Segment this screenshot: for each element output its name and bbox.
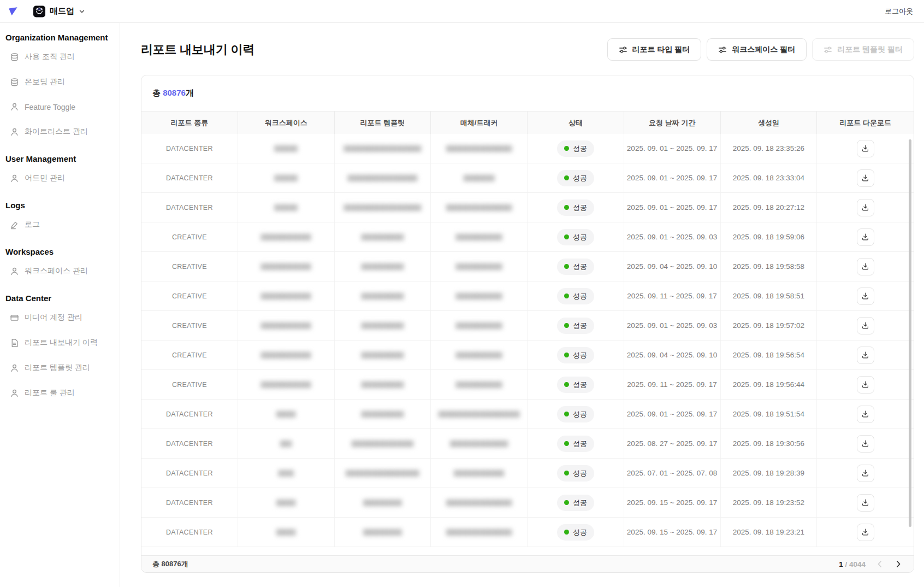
report-type-cell: DATACENTER — [166, 174, 213, 182]
download-report-button[interactable] — [857, 199, 874, 216]
media-tracker-link-blurred[interactable]: █████████████████ — [446, 204, 512, 210]
status-badge: 성공 — [557, 347, 594, 363]
sidebar-section: Logs 로그 — [4, 201, 113, 237]
table-row: DATACENTER █████ ███████████ ███████████… — [141, 400, 914, 429]
workspace-cell-blurred: █████ — [276, 500, 295, 506]
sidebar-item[interactable]: 리포트 내보내기 이력 — [4, 330, 113, 355]
status-badge: 성공 — [557, 318, 594, 334]
sidebar-section-title: Workspaces — [4, 247, 113, 256]
created-at-cell: 2025. 09. 18 19:56:54 — [733, 351, 804, 359]
download-icon — [861, 469, 869, 477]
sidebar-item[interactable]: 온보딩 관리 — [4, 69, 113, 95]
media-tracker-link-blurred[interactable]: ████████ — [464, 175, 495, 181]
sidebar-item[interactable]: 리포트 룰 관리 — [4, 380, 113, 406]
download-report-button[interactable] — [857, 258, 874, 275]
request-period-cell: 2025. 07. 01 ~ 2025. 07. 08 — [627, 469, 718, 477]
app-root: 매드업 로그아웃 Organization Management 사용 조직 관… — [0, 0, 924, 587]
report-type-cell: DATACENTER — [166, 145, 213, 152]
sliders-icon — [718, 45, 727, 54]
media-tracker-link-blurred[interactable]: █████████████ — [454, 470, 504, 476]
download-report-button[interactable] — [857, 524, 874, 541]
download-report-button[interactable] — [857, 140, 874, 157]
success-dot-icon — [564, 323, 569, 328]
report-type-cell: CREATIVE — [172, 381, 207, 389]
report-template-cell-blurred: ███████████████████ — [346, 470, 419, 476]
download-icon — [861, 233, 869, 241]
filter-button[interactable]: 리포트 타입 필터 — [607, 38, 702, 61]
report-type-cell: CREATIVE — [172, 263, 207, 271]
prev-page-button[interactable] — [875, 560, 884, 568]
report-type-cell: DATACENTER — [166, 204, 213, 212]
media-tracker-link-blurred[interactable]: █████████████████ — [446, 500, 512, 506]
sidebar-item[interactable]: 로그 — [4, 212, 113, 237]
sidebar: Organization Management 사용 조직 관리 온보딩 관리 … — [0, 23, 120, 587]
download-report-button[interactable] — [857, 435, 874, 453]
logout-button[interactable]: 로그아웃 — [885, 7, 913, 16]
sidebar-item[interactable]: 어드민 관리 — [4, 166, 113, 191]
download-report-button[interactable] — [857, 169, 874, 187]
document-icon — [10, 338, 19, 348]
media-tracker-link-blurred[interactable]: █████████████████ — [446, 529, 512, 535]
filter-button-label: 리포트 템플릿 필터 — [837, 45, 903, 55]
download-report-button[interactable] — [857, 494, 874, 512]
status-label: 성공 — [573, 380, 587, 390]
total-pages: / 4044 — [845, 560, 866, 568]
sidebar-section: Data Center 미디어 계정 관리 리포트 내보내기 이력 리포트 템플… — [4, 294, 113, 406]
success-dot-icon — [564, 500, 569, 505]
sidebar-item[interactable]: 워크스페이스 관리 — [4, 259, 113, 284]
filter-button[interactable]: 리포트 템플릿 필터 — [812, 38, 914, 61]
table-row: DATACENTER █████ ██████████ ████████████… — [141, 488, 914, 518]
table-column-header: 리포트 다운로드 — [817, 111, 914, 134]
total-count: 80876 — [163, 88, 186, 97]
next-page-button[interactable] — [894, 560, 903, 568]
download-report-button[interactable] — [857, 287, 874, 305]
media-tracker-link-blurred[interactable]: ████████████ — [456, 322, 502, 328]
sliders-icon — [619, 45, 627, 54]
status-label: 성공 — [573, 350, 587, 360]
status-label: 성공 — [573, 527, 587, 537]
brand-triangle-icon[interactable] — [8, 6, 19, 17]
download-report-button[interactable] — [857, 228, 874, 246]
request-period-cell: 2025. 09. 01 ~ 2025. 09. 17 — [627, 144, 718, 152]
table-body: DATACENTER ██████ ████████████████████ █… — [141, 134, 914, 555]
sidebar-item-label: 미디어 계정 관리 — [25, 313, 82, 322]
table-row: DATACENTER ██████ ██████████████████ ███… — [141, 163, 914, 193]
sidebar-item-label: 리포트 룰 관리 — [25, 388, 75, 398]
download-report-button[interactable] — [857, 347, 874, 364]
media-tracker-link-blurred[interactable]: ████████████ — [456, 263, 502, 269]
media-tracker-link-blurred[interactable]: █████████████████████ — [439, 411, 520, 417]
sidebar-item[interactable]: 미디어 계정 관리 — [4, 305, 113, 330]
workspace-cell-blurred: █████████████ — [261, 263, 311, 269]
success-dot-icon — [564, 294, 569, 298]
download-report-button[interactable] — [857, 317, 874, 334]
workspace-cell-blurred: ███ — [280, 441, 292, 447]
sidebar-item[interactable]: 화이트리스트 관리 — [4, 119, 113, 144]
org-logo-icon — [33, 5, 46, 18]
filter-button[interactable]: 워크스페이스 필터 — [707, 38, 807, 61]
status-label: 성공 — [573, 232, 587, 242]
person-icon — [10, 267, 19, 276]
download-report-button[interactable] — [857, 376, 874, 394]
media-tracker-link-blurred[interactable]: ███████████████ — [450, 441, 508, 447]
media-tracker-link-blurred[interactable]: ████████████ — [456, 352, 502, 358]
download-icon — [861, 321, 869, 330]
download-report-button[interactable] — [857, 465, 874, 482]
created-at-cell: 2025. 09. 18 19:51:54 — [733, 410, 804, 418]
report-template-cell-blurred: ██████████ — [363, 529, 402, 535]
sidebar-item[interactable]: Feature Toggle — [4, 95, 113, 119]
report-type-cell: CREATIVE — [172, 351, 207, 359]
success-dot-icon — [564, 205, 569, 210]
download-icon — [861, 439, 869, 448]
media-tracker-link-blurred[interactable]: █████████████████ — [446, 145, 512, 151]
sidebar-item[interactable]: 리포트 템플릿 관리 — [4, 355, 113, 380]
media-tracker-link-blurred[interactable]: ████████████ — [456, 293, 502, 299]
database-icon — [10, 52, 19, 62]
workspace-cell-blurred: ██████ — [274, 175, 298, 181]
table-row: CREATIVE █████████████ ███████████ █████… — [141, 252, 914, 281]
org-switcher[interactable]: 매드업 — [33, 5, 86, 18]
sidebar-item[interactable]: 사용 조직 관리 — [4, 44, 113, 69]
media-tracker-link-blurred[interactable]: ████████████ — [456, 381, 502, 388]
table-scrollbar[interactable] — [909, 139, 911, 527]
media-tracker-link-blurred[interactable]: ████████████ — [456, 234, 502, 240]
download-report-button[interactable] — [857, 406, 874, 423]
